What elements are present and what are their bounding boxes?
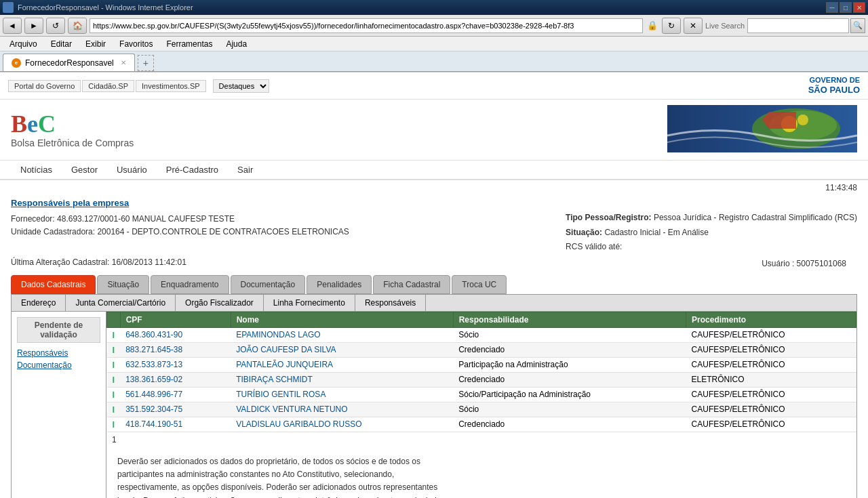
row-procedimento: CAUFESP/ELETRÔNICO <box>686 342 856 357</box>
nav-gestor[interactable]: Gestor <box>62 161 107 179</box>
table-row[interactable]: I 418.744.190-51 VLADISLAU GARIBALDO RUS… <box>107 417 856 432</box>
cpf-link[interactable]: 138.361.659-02 <box>125 375 182 384</box>
live-search-input[interactable] <box>747 18 849 33</box>
back-button[interactable]: ◄ <box>3 18 22 34</box>
maximize-button[interactable]: □ <box>840 2 852 13</box>
row-nome: VLADISLAU GARIBALDO RUSSO <box>231 417 453 432</box>
menu-ajuda[interactable]: Ajuda <box>220 38 252 50</box>
cpf-link[interactable]: 351.592.304-75 <box>125 404 182 414</box>
table-row[interactable]: I 351.592.304-75 VALDICK VENTURA NETUNO … <box>107 402 856 417</box>
subtab-responsaveis[interactable]: Responsáveis <box>355 295 426 311</box>
row-icon: I <box>107 342 121 357</box>
bec-e: e <box>27 110 38 138</box>
subtab-orgao[interactable]: Orgão Fiscalizador <box>176 295 264 311</box>
refresh-page-button[interactable]: ↻ <box>662 18 681 34</box>
browser-tabs-bar: e FornecedorResponsavel ✕ + <box>0 51 868 72</box>
refresh-button[interactable]: ↺ <box>46 18 65 34</box>
page-number: 1 <box>106 432 856 447</box>
nav-usuario[interactable]: Usuário <box>107 161 157 179</box>
close-button[interactable]: ✕ <box>853 2 865 13</box>
menu-favoritos[interactable]: Favoritos <box>114 38 158 50</box>
table-row[interactable]: I 561.448.996-77 TURÍBIO GENTIL ROSA Sóc… <box>107 387 856 402</box>
forward-button[interactable]: ► <box>24 18 43 34</box>
cpf-link[interactable]: 632.533.873-13 <box>125 360 182 369</box>
nome-link[interactable]: PANTALEÃO JUNQUEIRA <box>236 360 333 369</box>
bec-header: BeC Bolsa Eletrônica de Compras <box>0 100 868 161</box>
menu-editar[interactable]: Editar <box>45 38 77 50</box>
nome-link[interactable]: EPAMINONDAS LAGO <box>236 330 320 339</box>
nome-link[interactable]: VLADISLAU GARIBALDO RUSSO <box>236 419 361 429</box>
nome-link[interactable]: VALDICK VENTURA NETUNO <box>236 404 347 414</box>
company-info-left: Fornecedor: 48.693.127/0001-60 MANUAL CA… <box>11 213 349 238</box>
table-row[interactable]: I 648.360.431-90 EPAMINONDAS LAGO Sócio … <box>107 327 856 342</box>
investimentos-sp-link[interactable]: Investimentos.SP <box>136 80 206 92</box>
nav-sair[interactable]: Sair <box>228 161 262 179</box>
new-tab-button[interactable]: + <box>138 55 154 71</box>
cpf-link[interactable]: 883.271.645-38 <box>125 345 182 354</box>
search-button[interactable]: 🔍 <box>850 18 865 33</box>
table-row[interactable]: I 138.361.659-02 TIBIRAÇA SCHMIDT Creden… <box>107 372 856 387</box>
bec-c: C <box>38 110 56 138</box>
cpf-link[interactable]: 561.448.996-77 <box>125 390 182 399</box>
nav-precadastro[interactable]: Pré-Cadastro <box>157 161 228 179</box>
nome-link[interactable]: TURÍBIO GENTIL ROSA <box>236 390 326 399</box>
menu-bar: Arquivo Editar Exibir Favoritos Ferramen… <box>0 37 868 51</box>
menu-ferramentas[interactable]: Ferramentas <box>161 38 218 50</box>
company-section: Responsáveis pela empresa Fornecedor: 48… <box>0 195 868 275</box>
nome-link[interactable]: TIBIRAÇA SCHMIDT <box>236 375 313 384</box>
table-row[interactable]: I 632.533.873-13 PANTALEÃO JUNQUEIRA Par… <box>107 357 856 372</box>
tab-ficha-cadastral[interactable]: Ficha Cadastral <box>373 275 450 294</box>
address-input[interactable] <box>90 18 643 33</box>
last-update-value: 16/08/2013 11:42:01 <box>112 257 186 267</box>
user-value: 50075101068 <box>797 259 846 268</box>
row-responsabilidade: Sócio/Participação na Administração <box>453 387 686 402</box>
tab-penalidades[interactable]: Penalidades <box>307 275 372 294</box>
cpf-link[interactable]: 418.744.190-51 <box>125 419 182 429</box>
menu-exibir[interactable]: Exibir <box>80 38 111 50</box>
subtab-endereco[interactable]: Endereço <box>12 295 66 311</box>
cpf-link[interactable]: 648.360.431-90 <box>125 330 182 339</box>
menu-arquivo[interactable]: Arquivo <box>4 38 43 50</box>
row-procedimento: CAUFESP/ELETRÔNICO <box>686 417 856 432</box>
portal-governo-link[interactable]: Portal do Governo <box>8 80 81 92</box>
cidadao-sp-link[interactable]: Cidadão.SP <box>82 80 134 92</box>
tab-close-icon[interactable]: ✕ <box>121 59 126 66</box>
destaques-select[interactable]: Destaques <box>213 79 269 93</box>
tab-troca-uc[interactable]: Troca UC <box>452 275 507 294</box>
subtab-junta[interactable]: Junta Comercial/Cartório <box>66 295 176 311</box>
minimize-button[interactable]: ─ <box>826 2 838 13</box>
fornecedor-label: Fornecedor: <box>11 214 55 224</box>
left-panel: Pendente de validação Responsáveis Docum… <box>12 312 106 498</box>
col-responsabilidade: Responsabilidade <box>453 312 686 327</box>
table-row[interactable]: I 883.271.645-38 JOÃO CAUFESP DA SILVA C… <box>107 342 856 357</box>
bec-banner <box>667 105 857 154</box>
row-icon: I <box>107 357 121 372</box>
rcs-label: RCS válido até: <box>566 242 622 251</box>
row-nome: VALDICK VENTURA NETUNO <box>231 402 453 417</box>
tab-situacao[interactable]: Situação <box>97 275 149 294</box>
company-title[interactable]: Responsáveis pela empresa <box>11 198 857 208</box>
description-box: Deverão ser adicionados os dados do prop… <box>106 447 459 498</box>
tab-enquadramento[interactable]: Enquadramento <box>151 275 229 294</box>
nav-noticias[interactable]: Notícias <box>11 161 62 179</box>
home-button[interactable]: 🏠 <box>68 18 87 34</box>
search-section: Live Search 🔍 <box>705 18 865 33</box>
nome-link[interactable]: JOÃO CAUFESP DA SILVA <box>236 345 336 354</box>
col-nome: Nome <box>231 312 453 327</box>
row-icon: I <box>107 372 121 387</box>
subtab-linha[interactable]: Linha Fornecimento <box>264 295 355 311</box>
row-nome: TIBIRAÇA SCHMIDT <box>231 372 453 387</box>
row-cpf: 632.533.873-13 <box>120 357 231 372</box>
stop-button[interactable]: ✕ <box>684 18 703 34</box>
cadastro-tabs: Dados Cadastrais Situação Enquadramento … <box>0 275 868 294</box>
tab-dados-cadastrais[interactable]: Dados Cadastrais <box>11 275 96 294</box>
destaques-dropdown-container[interactable]: Destaques <box>213 79 269 93</box>
browser-tab-fornecedor[interactable]: e FornecedorResponsavel ✕ <box>3 54 135 71</box>
link-documentacao[interactable]: Documentação <box>17 360 100 370</box>
responsaveis-table: CPF Nome Responsabilidade Procedimento I… <box>106 312 856 432</box>
gov-topnav: Portal do Governo Cidadão.SP Investiment… <box>0 72 868 100</box>
row-nome: TURÍBIO GENTIL ROSA <box>231 387 453 402</box>
tab-documentacao[interactable]: Documentação <box>231 275 306 294</box>
link-responsaveis[interactable]: Responsáveis <box>17 348 100 358</box>
bec-logo-text: BeC <box>11 112 134 136</box>
